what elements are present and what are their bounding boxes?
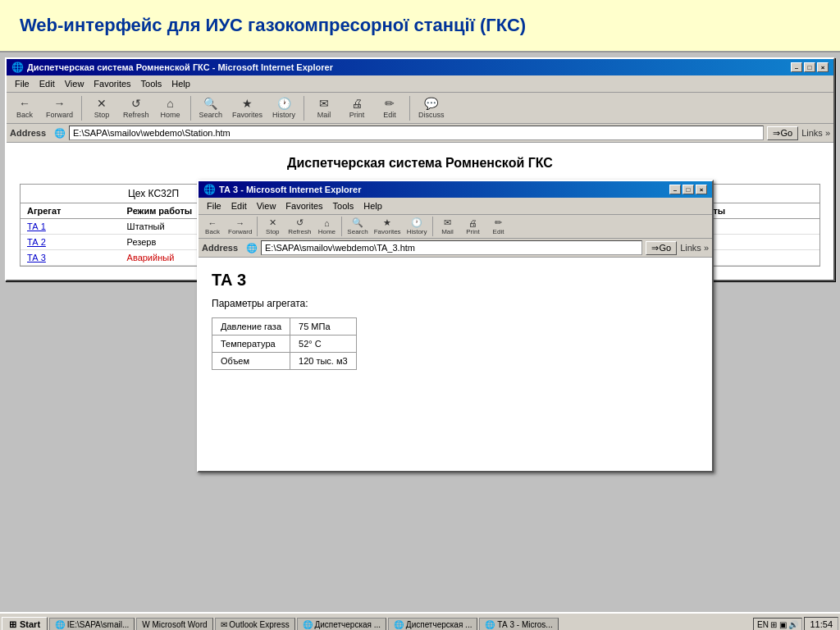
popup-toolbar-search-btn[interactable]: 🔍 Search: [345, 217, 369, 236]
taskbar-word-icon: W: [142, 620, 149, 629]
popup-address-ie-icon: 🌐: [246, 243, 258, 253]
toolbar-sep1: [81, 96, 82, 121]
popup-address-input[interactable]: [261, 240, 642, 255]
popup-toolbar-stop-btn[interactable]: ✕ Stop: [261, 217, 284, 236]
taskbar-tray: EN ⊞ ▣ 🔊: [753, 618, 802, 631]
toolbar-edit-btn[interactable]: ✏ Edit: [375, 95, 404, 121]
taskbar-item-disp1[interactable]: 🌐 Диспетчерская ...: [297, 618, 386, 631]
popup-ie-toolbar: ← Back → Forward ✕ Stop ↺ Refresh ⌂ Home: [199, 215, 712, 239]
popup-menu-file[interactable]: File: [202, 199, 226, 212]
menu-view[interactable]: View: [60, 77, 89, 90]
address-ie-icon: 🌐: [54, 128, 66, 139]
popup-toolbar-home-btn[interactable]: ⌂ Home: [315, 217, 338, 236]
popup-toolbar-edit-btn[interactable]: ✏ Edit: [487, 217, 510, 236]
menu-help[interactable]: Help: [167, 77, 195, 90]
main-ie-maximize-btn[interactable]: □: [804, 62, 815, 72]
forward-icon: →: [54, 97, 66, 110]
taskbar-item-ta3[interactable]: 🌐 ТА 3 - Micros...: [479, 618, 558, 631]
go-button[interactable]: ⇒Go: [767, 126, 798, 140]
toolbar-search-btn[interactable]: 🔍 Search: [196, 95, 226, 121]
popup-ie-titlebar-buttons: – □ ×: [669, 185, 707, 194]
link-ta1-ks32p[interactable]: ТА 1: [27, 221, 46, 231]
taskbar-disp1-icon: 🌐: [303, 620, 313, 629]
taskbar: ⊞ Start 🌐 IE:\SAPA\smail... W Microsoft …: [0, 612, 840, 630]
links-button[interactable]: Links »: [801, 128, 830, 138]
popup-edit-icon: ✏: [495, 217, 502, 228]
main-ie-titlebar-buttons: – □ ×: [791, 62, 829, 72]
taskbar-item-word[interactable]: W Microsoft Word: [136, 618, 212, 631]
popup-page-title: ТА 3: [212, 271, 699, 290]
toolbar-forward-btn[interactable]: → Forward: [43, 95, 76, 121]
popup-address-label: Address: [202, 243, 243, 253]
taskbar-item-ie1[interactable]: 🌐 IE:\SAPA\smail...: [49, 618, 135, 631]
toolbar-discuss-btn[interactable]: 💬 Discuss: [415, 95, 448, 121]
popup-forward-icon: →: [235, 218, 244, 228]
start-windows-icon: ⊞: [9, 619, 16, 630]
taskbar-ie1-icon: 🌐: [55, 620, 65, 629]
popup-toolbar-sep2: [341, 217, 342, 236]
menu-favorites[interactable]: Favorites: [89, 77, 135, 90]
start-button[interactable]: ⊞ Start: [2, 617, 48, 631]
toolbar-print-btn[interactable]: 🖨 Print: [342, 95, 372, 121]
slide-title: Web-интерфейс для ИУС газокомпресорної с…: [0, 0, 840, 52]
popup-toolbar-forward-btn[interactable]: → Forward: [226, 217, 253, 236]
popup-ie-content: ТА 3 Параметры агрегата: Давление газа 7…: [199, 258, 712, 471]
history-icon: 🕐: [277, 97, 291, 110]
menu-file[interactable]: File: [10, 77, 34, 90]
main-ie-title-text: Диспетчерская система Ромненской ГКС - M…: [27, 62, 333, 72]
popup-ie-addressbar: Address 🌐 ⇒Go Links »: [199, 239, 712, 258]
toolbar-sep3: [304, 96, 304, 121]
popup-menu-edit[interactable]: Edit: [226, 199, 252, 212]
popup-favorites-icon: ★: [383, 217, 391, 228]
address-input[interactable]: [69, 126, 764, 140]
popup-links-button[interactable]: Links »: [680, 243, 709, 253]
toolbar-home-btn[interactable]: ⌂ Home: [156, 95, 185, 121]
toolbar-sep2: [190, 96, 191, 121]
mail-icon: ✉: [319, 97, 329, 110]
popup-toolbar-print-btn[interactable]: 🖨 Print: [462, 217, 485, 236]
toolbar-stop-btn[interactable]: ✕ Stop: [87, 95, 116, 121]
popup-toolbar-history-btn[interactable]: 🕐 History: [405, 217, 429, 236]
discuss-icon: 💬: [424, 97, 438, 110]
menu-tools[interactable]: Tools: [136, 77, 167, 90]
toolbar-favorites-btn[interactable]: ★ Favorites: [229, 95, 266, 121]
popup-back-icon: ←: [208, 218, 217, 228]
popup-toolbar-mail-btn[interactable]: ✉ Mail: [436, 217, 459, 236]
main-ie-addressbar: Address 🌐 ⇒Go Links »: [7, 124, 833, 143]
link-ta3-ks32p[interactable]: ТА 3: [27, 253, 46, 262]
popup-menu-view[interactable]: View: [252, 199, 281, 212]
taskbar-item-disp2[interactable]: 🌐 Диспетчерская ...: [388, 618, 477, 631]
param-value-1: 75 МПа: [290, 318, 357, 336]
popup-ie-minimize-btn[interactable]: –: [669, 185, 681, 194]
link-ta2-ks32p[interactable]: ТА 2: [27, 237, 46, 247]
popup-stop-icon: ✕: [269, 217, 276, 228]
taskbar-item-outlook[interactable]: ✉ Outlook Express: [215, 618, 295, 631]
favorites-icon: ★: [242, 97, 253, 110]
tray-icons: ⊞ ▣ 🔊: [770, 620, 799, 629]
main-ie-minimize-btn[interactable]: –: [791, 62, 802, 72]
popup-go-button[interactable]: ⇒Go: [646, 241, 677, 255]
table-row: Температура 52° С: [212, 336, 357, 353]
address-label: Address: [10, 128, 51, 138]
start-label: Start: [20, 619, 40, 629]
popup-toolbar-favorites-btn[interactable]: ★ Favorites: [372, 217, 403, 236]
toolbar-mail-btn[interactable]: ✉ Mail: [309, 95, 339, 121]
popup-toolbar-refresh-btn[interactable]: ↺ Refresh: [286, 217, 313, 236]
popup-mail-icon: ✉: [444, 217, 451, 228]
popup-ie-close-btn[interactable]: ×: [696, 185, 707, 194]
main-ie-close-btn[interactable]: ×: [817, 62, 829, 72]
popup-menu-tools[interactable]: Tools: [328, 199, 359, 212]
toolbar-history-btn[interactable]: 🕐 History: [269, 95, 299, 121]
toolbar-back-btn[interactable]: ← Back: [10, 95, 39, 121]
popup-menu-favorites[interactable]: Favorites: [281, 199, 327, 212]
toolbar-refresh-btn[interactable]: ↺ Refresh: [120, 95, 153, 121]
popup-menu-help[interactable]: Help: [358, 199, 387, 212]
popup-ie-maximize-btn[interactable]: □: [682, 185, 694, 194]
search-icon: 🔍: [203, 97, 217, 110]
popup-ie-title-text: ТА 3 - Microsoft Internet Explorer: [219, 185, 362, 194]
popup-toolbar-back-btn[interactable]: ← Back: [201, 217, 224, 236]
popup-ie-window: 🌐 ТА 3 - Microsoft Internet Explorer – □…: [197, 180, 714, 472]
menu-edit[interactable]: Edit: [34, 77, 60, 90]
stop-icon: ✕: [97, 97, 107, 110]
cell-ta1-1: ТА 1: [21, 219, 121, 235]
